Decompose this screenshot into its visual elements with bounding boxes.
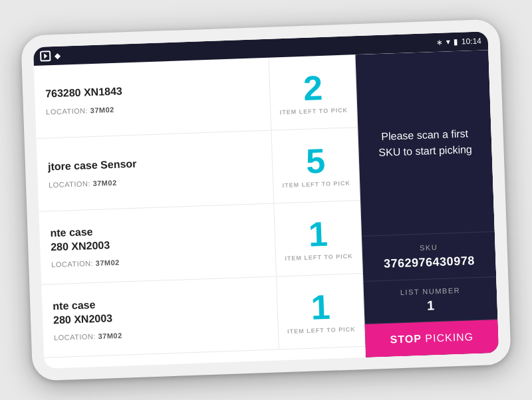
list-number-section: LIST NUMBER 1 <box>363 277 497 324</box>
table-row: 763280 XN1843 LOCATION: 37M02 2 ITEM LEF… <box>34 54 358 139</box>
notification-icon: ◆ <box>55 51 61 60</box>
tablet-screen: ◆ ∗ ▾ ▮ 10:14 763280 XN1843 LOCATION: 37… <box>33 31 499 369</box>
count-label: ITEM LEFT TO PICK <box>287 326 356 335</box>
sku-value: 3762976430978 <box>373 254 485 272</box>
battery-icon: ▮ <box>454 37 458 47</box>
scan-message: Please scan a first SKU to start picking <box>371 125 479 161</box>
stop-bold-text: STOP <box>390 333 422 346</box>
item-location: LOCATION: 37M02 <box>51 253 265 268</box>
play-button-icon <box>40 50 51 62</box>
item-info: jtore case Sensor LOCATION: 37M02 <box>37 131 274 211</box>
table-row: nte case280 XN2003 LOCATION: 37M02 1 ITE… <box>41 274 365 358</box>
bluetooth-icon: ∗ <box>436 38 443 47</box>
count-number: 5 <box>305 143 326 178</box>
item-location: LOCATION: 37M02 <box>49 173 262 189</box>
items-panel[interactable]: 763280 XN1843 LOCATION: 37M02 2 ITEM LEF… <box>34 54 366 369</box>
sku-label: SKU <box>372 242 484 254</box>
list-number-label: LIST NUMBER <box>374 286 486 298</box>
item-info: nte case280 XN2003 LOCATION: 37M02 <box>41 277 279 357</box>
item-count-section: 1 ITEM LEFT TO PICK <box>276 274 365 349</box>
table-row: jtore case Sensor LOCATION: 37M02 5 ITEM… <box>37 128 360 212</box>
item-name: 763280 XN1843 <box>45 80 259 101</box>
wifi-icon: ▾ <box>446 37 450 47</box>
count-label: ITEM LEFT TO PICK <box>282 179 350 189</box>
stop-picking-button[interactable]: STOP PICKING <box>365 320 499 357</box>
list-number-value: 1 <box>374 296 487 316</box>
tablet-shell: ◆ ∗ ▾ ▮ 10:14 763280 XN1843 LOCATION: 37… <box>21 19 511 381</box>
right-panel: Please scan a first SKU to start picking… <box>355 50 499 357</box>
sku-section: SKU 3762976430978 <box>362 232 496 282</box>
item-count-section: 1 ITEM LEFT TO PICK <box>273 201 362 276</box>
status-bar-right: ∗ ▾ ▮ 10:14 <box>436 37 481 47</box>
table-row: nte case280 XN2003 LOCATION: 37M02 1 ITE… <box>39 201 362 285</box>
item-location: LOCATION: 37M02 <box>46 100 259 116</box>
stop-button-label: STOP PICKING <box>376 330 488 346</box>
count-label: ITEM LEFT TO PICK <box>285 252 353 262</box>
item-info: 763280 XN1843 LOCATION: 37M02 <box>34 58 271 138</box>
main-content: 763280 XN1843 LOCATION: 37M02 2 ITEM LEF… <box>34 50 499 369</box>
scan-section: Please scan a first SKU to start picking <box>355 50 494 237</box>
item-name: jtore case Sensor <box>48 153 262 174</box>
stop-normal-text: PICKING <box>422 331 474 344</box>
count-label: ITEM LEFT TO PICK <box>280 106 348 116</box>
item-location: LOCATION: 37M02 <box>54 326 267 342</box>
count-number: 1 <box>308 216 329 251</box>
item-name: nte case280 XN2003 <box>53 292 267 328</box>
item-info: nte case280 XN2003 LOCATION: 37M02 <box>39 204 276 284</box>
count-number: 1 <box>311 289 331 324</box>
item-name: nte case280 XN2003 <box>50 219 264 254</box>
item-count-section: 5 ITEM LEFT TO PICK <box>271 128 360 203</box>
count-number: 2 <box>303 70 323 105</box>
item-count-section: 2 ITEM LEFT TO PICK <box>269 54 358 130</box>
status-bar-left: ◆ <box>40 50 61 62</box>
time-display: 10:14 <box>462 37 482 47</box>
